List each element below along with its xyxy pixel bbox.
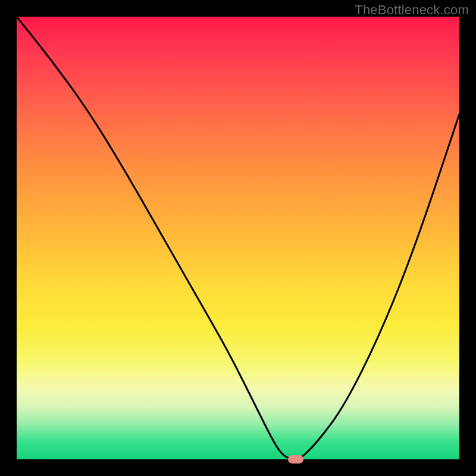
- optimal-point-marker: [288, 455, 303, 464]
- chart-frame: TheBottleneck.com: [0, 0, 476, 476]
- watermark-text: TheBottleneck.com: [355, 2, 469, 18]
- plot-area: [17, 17, 459, 459]
- bottleneck-curve-path: [17, 17, 459, 459]
- curve-svg: [17, 17, 459, 459]
